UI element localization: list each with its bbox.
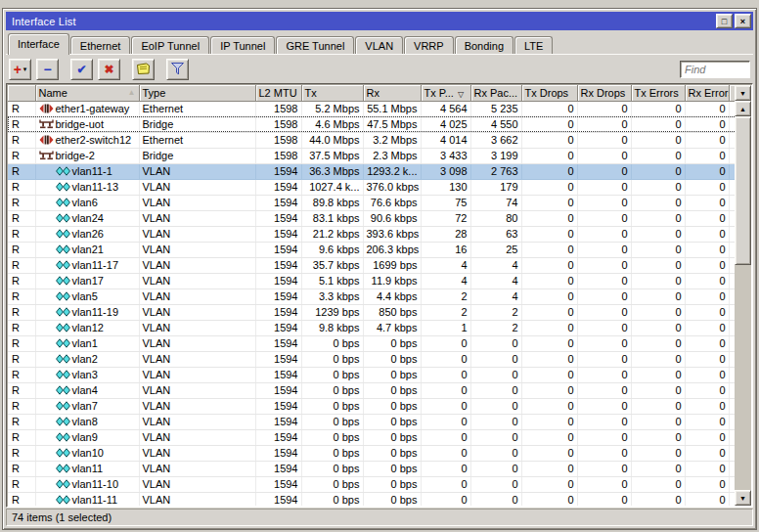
interface-name: vlan12 bbox=[72, 322, 104, 333]
column-header-tx[interactable]: Tx bbox=[301, 85, 363, 101]
titlebar[interactable]: Interface List □ × bbox=[6, 12, 753, 30]
column-header-rxd[interactable]: Rx Drops bbox=[577, 85, 631, 101]
table-row[interactable]: Rvlan4VLAN15940 bps0 bps000000 bbox=[8, 382, 735, 398]
table-row[interactable]: Rvlan10VLAN15940 bps0 bps000000 bbox=[8, 445, 735, 461]
close-button[interactable]: × bbox=[735, 14, 751, 28]
table-row[interactable]: Rvlan11-13VLAN15941027.4 k...376.0 kbps1… bbox=[8, 179, 735, 195]
tab-gre-tunnel[interactable]: GRE Tunnel bbox=[276, 36, 354, 54]
enable-button[interactable]: ✔ bbox=[70, 59, 93, 80]
vlan-interface-icon bbox=[56, 463, 72, 476]
txd-cell: 0 bbox=[521, 414, 577, 429]
table-row[interactable]: Rvlan11-17VLAN159435.7 kbps1699 bps44000… bbox=[8, 257, 735, 273]
column-header-rxp[interactable]: Rx Pac... bbox=[470, 85, 521, 101]
column-header-txp[interactable]: Tx P...▽ bbox=[421, 85, 470, 101]
column-header-type[interactable]: Type bbox=[139, 85, 255, 101]
tab-vrrp[interactable]: VRRP bbox=[404, 36, 454, 54]
txd-cell: 0 bbox=[521, 163, 577, 179]
table-row[interactable]: Rvlan5VLAN15943.3 kbps4.4 kbps240000 bbox=[8, 288, 735, 304]
add-button[interactable]: +▾ bbox=[9, 59, 31, 80]
table-row[interactable]: Rether1-gatewayEthernet15985.2 Mbps55.1 … bbox=[8, 101, 735, 116]
table-row[interactable]: Rvlan24VLAN159483.1 kbps90.6 kbps7280000… bbox=[8, 210, 735, 226]
table-row[interactable]: Rvlan2VLAN15940 bps0 bps000000 bbox=[8, 351, 735, 367]
tab-ethernet[interactable]: Ethernet bbox=[70, 36, 131, 54]
comment-button[interactable] bbox=[132, 59, 155, 80]
sort-descending-icon: ▽ bbox=[458, 90, 464, 99]
column-header-rx[interactable]: Rx bbox=[363, 85, 421, 101]
rx-cell: 850 bps bbox=[363, 304, 421, 320]
tab-eoip-tunnel[interactable]: EoIP Tunnel bbox=[131, 36, 209, 54]
table-row[interactable]: Rvlan26VLAN159421.2 kbps393.6 kbps286300… bbox=[8, 226, 735, 242]
remove-button[interactable]: − bbox=[36, 59, 59, 80]
table-row[interactable]: Rbridge-2Bridge159837.5 Mbps2.3 Mbps3 43… bbox=[8, 148, 735, 163]
column-menu-button[interactable]: ▼ bbox=[735, 85, 751, 101]
rx-cell: 3.2 Mbps bbox=[363, 132, 421, 148]
table-row[interactable]: Rvlan1VLAN15940 bps0 bps000000 bbox=[8, 335, 735, 351]
rxp-cell: 0 bbox=[470, 398, 521, 414]
interface-name: vlan6 bbox=[72, 197, 98, 208]
flag-cell: R bbox=[8, 257, 35, 273]
rxp-cell: 0 bbox=[470, 351, 521, 367]
table-row[interactable]: Rbridge-uotBridge15984.6 Mbps47.5 Mbps4 … bbox=[8, 116, 735, 132]
filter-button[interactable] bbox=[166, 59, 189, 80]
table-row[interactable]: Rvlan11-19VLAN15941239 bps850 bps220000 bbox=[8, 304, 735, 320]
table-row[interactable]: Rvlan11-1VLAN159436.3 Mbps1293.2 k...3 0… bbox=[8, 163, 735, 179]
interface-name: bridge-uot bbox=[56, 118, 105, 130]
txp-cell: 28 bbox=[421, 226, 470, 242]
tab-vlan[interactable]: VLAN bbox=[355, 36, 403, 54]
column-header-txe[interactable]: Tx Errors bbox=[631, 85, 685, 101]
vertical-scrollbar[interactable]: ▼ ▲ ▼ bbox=[735, 85, 751, 506]
table-row[interactable]: Rvlan17VLAN15945.1 kbps11.9 kbps440000 bbox=[8, 273, 735, 288]
rxp-cell: 2 763 bbox=[470, 163, 521, 179]
txd-cell: 0 bbox=[521, 101, 577, 116]
rx-cell: 393.6 kbps bbox=[363, 226, 421, 242]
column-header-l2mtu[interactable]: L2 MTU bbox=[255, 85, 301, 101]
table-row[interactable]: Rvlan21VLAN15949.6 kbps206.3 kbps1625000… bbox=[8, 242, 735, 257]
table-row[interactable]: Rvlan6VLAN159489.8 kbps76.6 kbps75740000 bbox=[8, 195, 735, 210]
table-row[interactable]: Rvlan11-11VLAN15940 bps0 bps000000 bbox=[8, 492, 735, 506]
txe-cell: 0 bbox=[631, 398, 685, 414]
vlan-interface-icon bbox=[56, 400, 72, 414]
type-cell: VLAN bbox=[139, 195, 255, 210]
table-row[interactable]: Rvlan12VLAN15949.8 kbps4.7 kbps120000 bbox=[8, 320, 735, 335]
txe-cell: 0 bbox=[631, 492, 685, 506]
rxd-cell: 0 bbox=[577, 132, 631, 148]
txe-cell: 0 bbox=[631, 210, 685, 226]
column-header-flag[interactable] bbox=[8, 85, 35, 101]
scroll-down-button[interactable]: ▼ bbox=[735, 490, 751, 506]
maximize-button[interactable]: □ bbox=[716, 14, 733, 28]
txp-cell: 0 bbox=[421, 461, 470, 476]
name-cell: bridge-2 bbox=[35, 148, 139, 163]
rx-cell: 1293.2 k... bbox=[363, 163, 421, 179]
tab-bonding[interactable]: Bonding bbox=[455, 36, 513, 54]
table-row[interactable]: Rvlan11-10VLAN15940 bps0 bps000000 bbox=[8, 476, 735, 492]
l2mtu-cell: 1594 bbox=[255, 288, 301, 304]
rxp-cell: 2 bbox=[470, 320, 521, 335]
scroll-up-button[interactable]: ▲ bbox=[735, 101, 751, 116]
table-row[interactable]: Rvlan8VLAN15940 bps0 bps000000 bbox=[8, 414, 735, 429]
name-cell: vlan11-13 bbox=[35, 179, 139, 195]
table-row[interactable]: Rvlan7VLAN15940 bps0 bps000000 bbox=[8, 398, 735, 414]
rxd-cell: 0 bbox=[577, 179, 631, 195]
tab-interface[interactable]: Interface bbox=[8, 33, 69, 55]
l2mtu-cell: 1594 bbox=[255, 210, 301, 226]
disable-button[interactable]: ✖ bbox=[98, 59, 120, 80]
type-cell: VLAN bbox=[139, 382, 255, 398]
column-header-name[interactable]: Name▲ bbox=[35, 85, 139, 101]
find-input[interactable] bbox=[680, 61, 750, 78]
table-row[interactable]: Rvlan11VLAN15940 bps0 bps000000 bbox=[8, 461, 735, 476]
txe-cell: 0 bbox=[631, 367, 685, 382]
rxd-cell: 0 bbox=[577, 335, 631, 351]
table-row[interactable]: Rether2-switch12Ethernet159844.0 Mbps3.2… bbox=[8, 132, 735, 148]
column-header-rxe[interactable]: Rx Errors bbox=[685, 85, 729, 101]
interface-name: vlan2 bbox=[72, 353, 98, 365]
tab-lte[interactable]: LTE bbox=[514, 36, 553, 54]
table-row[interactable]: Rvlan9VLAN15940 bps0 bps000000 bbox=[8, 429, 735, 445]
rxp-cell: 179 bbox=[470, 179, 521, 195]
tab-ip-tunnel[interactable]: IP Tunnel bbox=[210, 36, 275, 54]
table-row[interactable]: Rvlan3VLAN15940 bps0 bps000000 bbox=[8, 367, 735, 382]
tx-cell: 0 bps bbox=[301, 367, 363, 382]
scrollbar-thumb[interactable] bbox=[735, 116, 751, 265]
column-header-txd[interactable]: Tx Drops bbox=[521, 85, 577, 101]
rxd-cell: 0 bbox=[577, 382, 631, 398]
rxd-cell: 0 bbox=[577, 351, 631, 367]
